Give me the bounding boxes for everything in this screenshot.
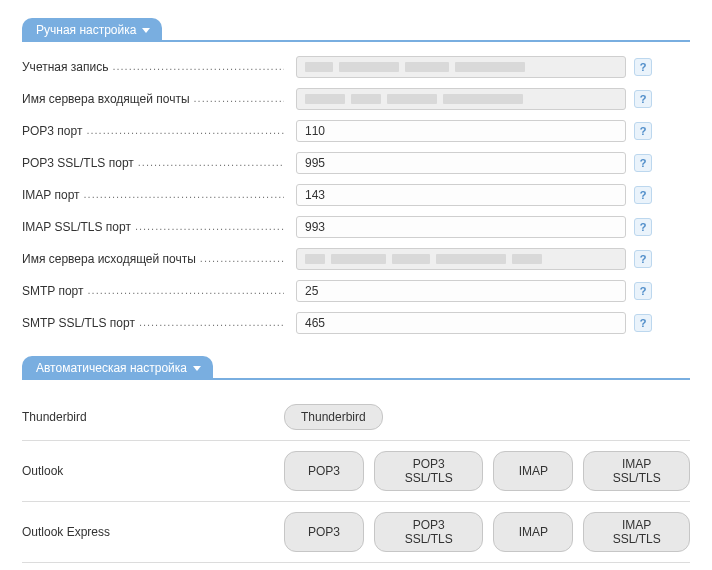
- row-imap-port: IMAP порт ?: [22, 184, 690, 206]
- row-outlook-express: Outlook Express POP3 POP3 SSL/TLS IMAP I…: [22, 502, 690, 563]
- btn-outlook-pop3-ssl[interactable]: POP3 SSL/TLS: [374, 451, 483, 491]
- btn-outlook-imap-ssl[interactable]: IMAP SSL/TLS: [583, 451, 690, 491]
- help-icon[interactable]: ?: [634, 282, 652, 300]
- input-incoming[interactable]: [296, 88, 626, 110]
- label-pop3-port: POP3 порт: [22, 124, 284, 138]
- label-incoming: Имя сервера входящей почты: [22, 92, 284, 106]
- label-outlook-express: Outlook Express: [22, 525, 284, 539]
- help-icon[interactable]: ?: [634, 186, 652, 204]
- row-pop3-port: POP3 порт ?: [22, 120, 690, 142]
- label-outgoing: Имя сервера исходящей почты: [22, 252, 284, 266]
- label-thunderbird: Thunderbird: [22, 410, 284, 424]
- help-icon[interactable]: ?: [634, 154, 652, 172]
- help-icon[interactable]: ?: [634, 314, 652, 332]
- help-icon[interactable]: ?: [634, 90, 652, 108]
- row-smtp-ssl-port: SMTP SSL/TLS порт ?: [22, 312, 690, 334]
- row-smtp-port: SMTP порт ?: [22, 280, 690, 302]
- manual-form: Учетная запись ? Имя сервера входящей по…: [22, 56, 690, 334]
- auto-section-header: Автоматическая настройка: [22, 356, 690, 380]
- row-outlook: Outlook POP3 POP3 SSL/TLS IMAP IMAP SSL/…: [22, 441, 690, 502]
- label-imap-ssl-port: IMAP SSL/TLS порт: [22, 220, 284, 234]
- row-imap-ssl-port: IMAP SSL/TLS порт ?: [22, 216, 690, 238]
- row-thunderbird: Thunderbird Thunderbird: [22, 394, 690, 441]
- row-outgoing: Имя сервера исходящей почты ?: [22, 248, 690, 270]
- label-smtp-ssl-port: SMTP SSL/TLS порт: [22, 316, 284, 330]
- manual-tab-label: Ручная настройка: [36, 23, 136, 37]
- btn-thunderbird[interactable]: Thunderbird: [284, 404, 383, 430]
- manual-section-header: Ручная настройка: [22, 18, 690, 42]
- chevron-down-icon: [142, 28, 150, 33]
- row-pop3-ssl-port: POP3 SSL/TLS порт ?: [22, 152, 690, 174]
- input-pop3-port[interactable]: [296, 120, 626, 142]
- input-smtp-port[interactable]: [296, 280, 626, 302]
- header-divider: [213, 378, 690, 380]
- auto-section: Автоматическая настройка Thunderbird Thu…: [22, 356, 690, 563]
- btn-outlook-pop3[interactable]: POP3: [284, 451, 364, 491]
- input-imap-port[interactable]: [296, 184, 626, 206]
- label-account: Учетная запись: [22, 60, 284, 74]
- input-account[interactable]: [296, 56, 626, 78]
- header-divider: [162, 40, 690, 42]
- label-smtp-port: SMTP порт: [22, 284, 284, 298]
- btn-oe-imap[interactable]: IMAP: [493, 512, 573, 552]
- label-pop3-ssl-port: POP3 SSL/TLS порт: [22, 156, 284, 170]
- row-incoming: Имя сервера входящей почты ?: [22, 88, 690, 110]
- help-icon[interactable]: ?: [634, 58, 652, 76]
- input-imap-ssl-port[interactable]: [296, 216, 626, 238]
- help-icon[interactable]: ?: [634, 250, 652, 268]
- auto-tab-label: Автоматическая настройка: [36, 361, 187, 375]
- btn-outlook-imap[interactable]: IMAP: [493, 451, 573, 491]
- help-icon[interactable]: ?: [634, 122, 652, 140]
- btn-oe-imap-ssl[interactable]: IMAP SSL/TLS: [583, 512, 690, 552]
- auto-tab[interactable]: Автоматическая настройка: [22, 356, 213, 380]
- chevron-down-icon: [193, 366, 201, 371]
- manual-tab[interactable]: Ручная настройка: [22, 18, 162, 42]
- input-pop3-ssl-port[interactable]: [296, 152, 626, 174]
- help-icon[interactable]: ?: [634, 218, 652, 236]
- input-smtp-ssl-port[interactable]: [296, 312, 626, 334]
- label-imap-port: IMAP порт: [22, 188, 284, 202]
- input-outgoing[interactable]: [296, 248, 626, 270]
- btn-oe-pop3-ssl[interactable]: POP3 SSL/TLS: [374, 512, 483, 552]
- btn-oe-pop3[interactable]: POP3: [284, 512, 364, 552]
- row-account: Учетная запись ?: [22, 56, 690, 78]
- label-outlook: Outlook: [22, 464, 284, 478]
